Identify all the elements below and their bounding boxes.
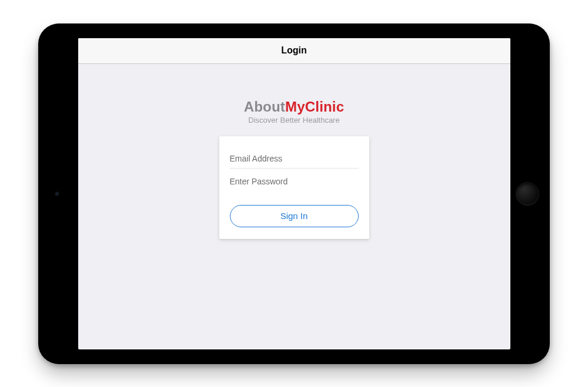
screen: Login AboutMyClinic Discover Better Heal… <box>78 38 510 349</box>
signin-button[interactable]: Sign In <box>230 205 359 227</box>
brand-logo: AboutMyClinic <box>244 99 345 115</box>
password-field[interactable] <box>230 172 359 191</box>
tablet-bezel: Login AboutMyClinic Discover Better Heal… <box>38 23 550 364</box>
brand-tagline: Discover Better Healthcare <box>248 116 339 124</box>
login-card: Sign In <box>219 136 369 239</box>
brand-logo-part2: MyClinic <box>285 99 344 115</box>
home-button[interactable] <box>516 182 539 206</box>
nav-bar: Login <box>78 38 510 64</box>
login-content: AboutMyClinic Discover Better Healthcare… <box>78 64 510 349</box>
email-field[interactable] <box>230 149 359 169</box>
brand-logo-part1: About <box>244 99 285 115</box>
page-title: Login <box>281 45 307 56</box>
camera-icon <box>55 191 59 196</box>
tablet-frame: Login AboutMyClinic Discover Better Heal… <box>38 23 550 364</box>
